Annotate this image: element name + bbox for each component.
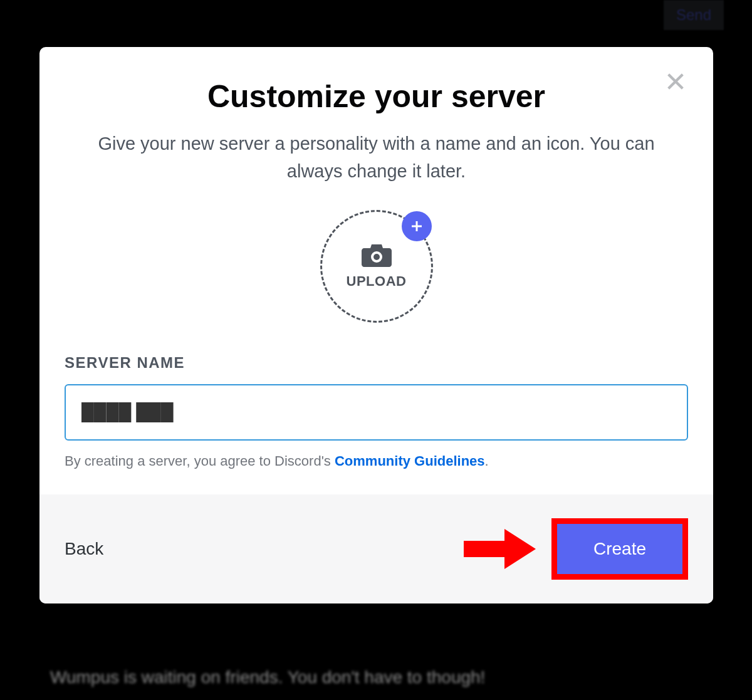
disclaimer-prefix: By creating a server, you agree to Disco… xyxy=(65,453,335,469)
upload-plus-badge xyxy=(402,211,432,241)
modal-body: Customize your server Give your new serv… xyxy=(39,47,713,494)
disclaimer-suffix: . xyxy=(485,453,489,469)
server-name-label: SERVER NAME xyxy=(65,354,688,372)
modal-title: Customize your server xyxy=(65,78,688,115)
bg-wumpus-text: Wumpus is waiting on friends. You don't … xyxy=(50,667,485,687)
community-guidelines-link[interactable]: Community Guidelines xyxy=(335,453,485,469)
create-button-wrapper: Create xyxy=(457,518,688,580)
close-button[interactable] xyxy=(663,69,688,94)
customize-server-modal: Customize your server Give your new serv… xyxy=(39,47,713,603)
server-name-input[interactable] xyxy=(65,384,688,441)
back-button[interactable]: Back xyxy=(65,539,103,559)
create-button-highlight: Create xyxy=(551,518,688,580)
close-icon xyxy=(665,71,686,92)
create-button[interactable]: Create xyxy=(557,524,682,574)
arrow-annotation-icon xyxy=(457,524,539,574)
disclaimer-text: By creating a server, you agree to Disco… xyxy=(65,453,688,469)
plus-icon xyxy=(409,219,424,234)
modal-subtitle: Give your new server a personality with … xyxy=(95,130,659,185)
bg-send-button: Send xyxy=(664,0,724,30)
modal-footer: Back Create xyxy=(39,494,713,603)
svg-marker-6 xyxy=(464,529,536,569)
upload-icon-button[interactable]: UPLOAD xyxy=(320,210,433,323)
